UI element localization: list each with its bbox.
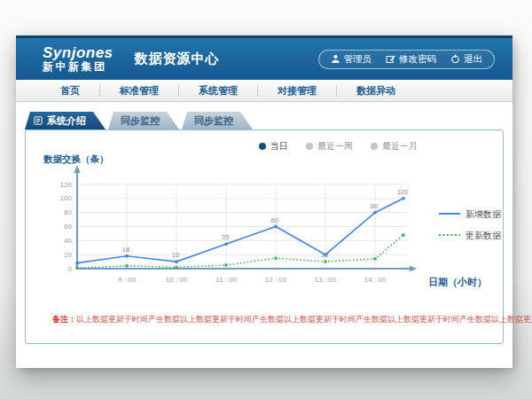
x-tick-label: 13 : 00 <box>315 276 337 284</box>
period-option-2[interactable]: 最近一周 <box>306 140 353 153</box>
person-icon <box>331 54 340 64</box>
data-point <box>125 264 128 267</box>
edit-icon <box>386 54 395 64</box>
legend-label: 新增数据 <box>466 209 502 219</box>
period-option-label: 最近一周 <box>317 140 353 153</box>
period-option-label: 当日 <box>270 140 288 153</box>
data-point <box>402 233 404 236</box>
nav-item-3[interactable]: 系统管理 <box>179 80 257 102</box>
nav-item-2[interactable]: 标准管理 <box>100 80 178 102</box>
line-chart: 0204060801001209 : 0010 : 0011 : 0012 : … <box>42 152 525 302</box>
change-password-button[interactable]: 修改密码 <box>386 53 436 66</box>
data-point-label: 100 <box>397 188 409 196</box>
data-point <box>274 225 278 229</box>
x-tick-label: 12 : 00 <box>265 276 287 284</box>
data-point <box>373 257 376 260</box>
page-title: 数据资源中心 <box>135 51 220 67</box>
legend-label: 更新数据 <box>466 231 502 240</box>
period-option-3[interactable]: 最近一月 <box>371 140 418 153</box>
app-header: Synjones 新中新集团 数据资源中心 管理员 修改 <box>16 35 512 80</box>
y-tick-label: 60 <box>64 223 72 231</box>
footnote-text: 以上数据更新于时间产生数据以上数据更新于时间产生数据以上数据更新于时间产生数据以… <box>76 315 532 324</box>
data-point-label: 18 <box>122 246 129 254</box>
nav-item-1[interactable]: 首页 <box>41 80 99 102</box>
footnote: 备注：以上数据更新于时间产生数据以上数据更新于时间产生数据以上数据更新于时间产生… <box>26 314 503 325</box>
x-axis-arrow-icon <box>410 266 417 272</box>
tab-1-active[interactable]: 系统介绍 <box>25 112 106 129</box>
data-point <box>373 211 377 215</box>
data-point-label: 60 <box>271 216 278 224</box>
tab-bar: 系统介绍同步监控同步监控 <box>25 112 512 129</box>
user-toolbar: 管理员 修改密码 退出 <box>318 50 496 69</box>
footnote-prefix: 备注： <box>52 315 76 324</box>
x-axis-title: 日期（小时） <box>428 277 487 288</box>
logo-brand: Synjones <box>43 45 113 61</box>
nav-item-4[interactable]: 对接管理 <box>258 80 336 102</box>
data-point-label: 10 <box>321 251 328 259</box>
document-icon <box>34 116 43 125</box>
data-point <box>224 263 227 266</box>
radio-icon <box>306 143 313 150</box>
y-axis-title: 数据交换（条） <box>43 153 109 165</box>
radio-icon <box>259 143 266 150</box>
x-tick-label: 14 : 00 <box>364 276 387 284</box>
data-point-label: 80 <box>371 202 378 210</box>
data-point-label: 10 <box>172 251 179 259</box>
logout-label: 退出 <box>464 53 482 66</box>
tab-label: 系统介绍 <box>47 112 86 129</box>
data-point <box>75 262 79 265</box>
y-tick-label: 20 <box>64 251 72 259</box>
y-tick-label: 80 <box>64 208 72 216</box>
y-tick-label: 0 <box>68 265 73 273</box>
power-icon <box>450 54 460 64</box>
period-option-1[interactable]: 当日 <box>259 140 288 153</box>
change-password-label: 修改密码 <box>399 53 436 66</box>
tab-3[interactable]: 同步监控 <box>182 112 253 129</box>
x-tick-label: 10 : 00 <box>166 276 188 284</box>
user-label: 管理员 <box>344 53 372 66</box>
logout-button[interactable]: 退出 <box>450 53 482 66</box>
x-tick-label: 11 : 00 <box>215 276 237 284</box>
data-point-label: 35 <box>222 233 229 241</box>
data-point <box>324 260 326 262</box>
y-tick-label: 40 <box>64 237 72 245</box>
y-tick-label: 100 <box>60 194 73 202</box>
app-window: Synjones 新中新集团 数据资源中心 管理员 修改 <box>16 35 512 368</box>
content-panel: 当日最近一周最近一月 0204060801001209 : 0010 : 001… <box>25 129 504 344</box>
data-point <box>274 257 277 260</box>
data-point <box>75 267 78 270</box>
logo: Synjones 新中新集团 <box>43 45 113 72</box>
y-axis-arrow-icon <box>74 165 81 173</box>
data-point <box>402 197 405 200</box>
data-point <box>175 260 178 263</box>
period-option-label: 最近一月 <box>382 140 418 153</box>
data-point <box>224 242 228 246</box>
x-tick-label: 9 : 00 <box>118 276 137 284</box>
tab-2[interactable]: 同步监控 <box>108 112 179 129</box>
period-filter: 当日最近一周最近一月 <box>259 140 418 153</box>
tab-label: 同步监控 <box>121 112 160 129</box>
radio-icon <box>371 143 378 150</box>
user-menu-button[interactable]: 管理员 <box>331 53 372 66</box>
tab-label: 同步监控 <box>194 112 233 129</box>
data-point <box>125 254 129 258</box>
logo-subtitle: 新中新集团 <box>43 61 113 73</box>
y-tick-label: 120 <box>60 181 73 189</box>
nav-item-5[interactable]: 数据异动 <box>337 80 415 102</box>
main-nav: 首页标准管理系统管理对接管理数据异动 <box>16 80 512 102</box>
data-point <box>175 266 177 269</box>
